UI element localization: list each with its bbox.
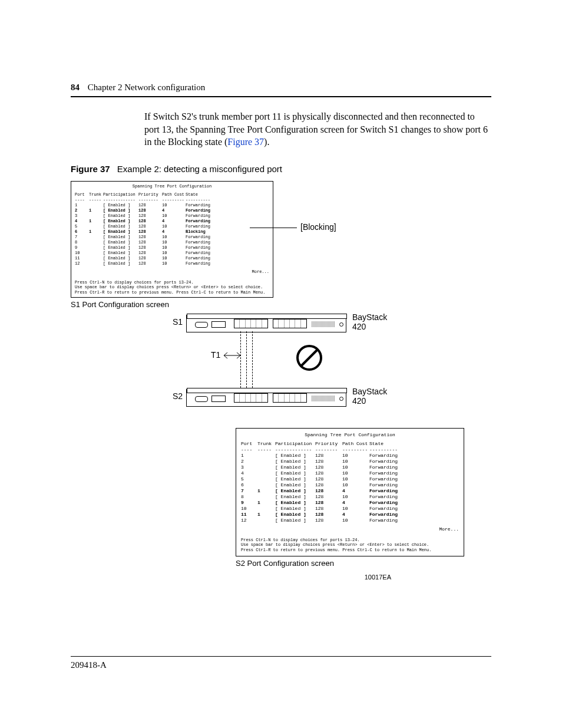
logo-icon xyxy=(195,322,208,328)
table-cell: Forwarding xyxy=(369,482,402,487)
table-cell: 128 xyxy=(138,224,162,229)
figure-link[interactable]: Figure 37 xyxy=(227,137,264,147)
table-cell xyxy=(257,453,275,458)
table-cell: [ Enabled ] xyxy=(275,470,315,476)
table-cell: 4 xyxy=(162,208,186,213)
vents-icon xyxy=(312,321,335,327)
table-cell: Forwarding xyxy=(369,488,402,493)
table-cell: 10 xyxy=(162,235,186,239)
figure-caption: Figure 37 Example 2: detecting a misconf… xyxy=(71,164,491,174)
table-cell: [ Enabled ] xyxy=(103,256,138,261)
table-cell xyxy=(257,459,275,464)
table-cell: 10 xyxy=(342,482,369,487)
table-cell: [ Enabled ] xyxy=(103,208,138,213)
table-cell: Forwarding xyxy=(186,261,215,266)
table-cell: 10 xyxy=(75,251,89,255)
chip-icon xyxy=(211,321,226,328)
table-cell: 11 xyxy=(75,256,89,261)
table-cell: 128 xyxy=(315,506,342,511)
figure-label: Figure 37 xyxy=(71,164,110,174)
table-cell: [ Enabled ] xyxy=(103,224,138,229)
table-cell: [ Enabled ] xyxy=(103,251,138,255)
table-cell: Forwarding xyxy=(186,219,215,223)
device1-label: BayStack 420 xyxy=(352,312,399,331)
switch-s1 xyxy=(186,315,346,332)
callout-line xyxy=(250,228,297,228)
svg-line-2 xyxy=(301,350,318,366)
table-cell: 128 xyxy=(315,512,342,517)
table-cell: 4 xyxy=(75,219,89,223)
table-cell xyxy=(89,235,103,239)
table-cell: Forwarding xyxy=(369,465,402,470)
table-cell: [ Enabled ] xyxy=(103,261,138,266)
table-cell: 1 xyxy=(75,203,89,207)
device2-label: BayStack 420 xyxy=(352,387,399,406)
s1-caption: S1 Port Configuration screen xyxy=(71,300,491,309)
col-header: Port xyxy=(241,441,257,446)
table-cell: 9 xyxy=(75,245,89,250)
ports-s2 xyxy=(234,393,307,403)
table-cell: 128 xyxy=(315,465,342,470)
table-cell: Forwarding xyxy=(186,235,215,239)
table-cell: Forwarding xyxy=(369,494,402,499)
table-cell: Forwarding xyxy=(369,500,402,505)
table-cell: 128 xyxy=(138,251,162,255)
table-cell: [ Enabled ] xyxy=(103,229,138,234)
s2-footer-hints: Press Ctrl-N to display choices for port… xyxy=(241,538,459,552)
ports-s1 xyxy=(234,319,307,328)
table-cell: 6 xyxy=(241,482,257,487)
table-cell: Forwarding xyxy=(369,476,402,482)
table-cell: 128 xyxy=(138,213,162,218)
table-cell: 128 xyxy=(138,261,162,266)
s2-more: More... xyxy=(241,526,459,532)
page-footer: 209418-A xyxy=(71,656,491,670)
table-cell xyxy=(89,213,103,218)
table-cell: 10 xyxy=(162,261,186,266)
table-cell: 10 xyxy=(162,203,186,207)
table-cell: [ Enabled ] xyxy=(103,213,138,218)
table-cell: 10 xyxy=(342,470,369,476)
table-cell: [ Enabled ] xyxy=(103,219,138,223)
table-cell: Forwarding xyxy=(186,203,215,207)
para-text-after: ). xyxy=(264,137,269,147)
table-cell: Forwarding xyxy=(186,224,215,229)
trunk-label: T1 xyxy=(211,350,220,360)
doc-number: 209418-A xyxy=(71,660,107,670)
topology-diagram: S1 BayStack 420 T1 S2 xyxy=(183,315,477,421)
table-cell: 128 xyxy=(315,518,342,523)
led-icon xyxy=(339,397,343,401)
table-cell: Forwarding xyxy=(369,512,402,517)
para-text-before: If Switch S2's trunk member port 11 is p… xyxy=(144,111,488,147)
s1-label: S1 xyxy=(165,317,183,327)
col-header: Path Cost xyxy=(162,192,186,197)
table-cell: 1 xyxy=(257,488,275,493)
table-cell: 10 xyxy=(342,465,369,470)
col-header: Priority xyxy=(138,192,162,197)
table-cell: 128 xyxy=(315,453,342,458)
table-cell: Forwarding xyxy=(369,459,402,464)
col-header: Priority xyxy=(315,441,342,446)
vents-icon xyxy=(312,396,335,401)
table-cell: 128 xyxy=(315,482,342,487)
table-cell: 4 xyxy=(342,488,369,493)
table-cell: 1 xyxy=(89,229,103,234)
table-cell: 128 xyxy=(138,203,162,207)
table-cell: 128 xyxy=(138,245,162,250)
table-cell: [ Enabled ] xyxy=(275,500,315,505)
switch-s2 xyxy=(186,389,346,407)
chip-icon xyxy=(211,396,226,402)
logo-icon xyxy=(195,396,208,402)
table-cell: 8 xyxy=(241,494,257,499)
link-line xyxy=(240,331,241,388)
table-cell: Forwarding xyxy=(186,256,215,261)
table-cell: 12 xyxy=(75,261,89,266)
table-cell xyxy=(257,476,275,482)
table-cell: 128 xyxy=(315,459,342,464)
table-cell xyxy=(89,261,103,266)
col-header: Trunk xyxy=(257,441,275,446)
table-cell: 10 xyxy=(342,518,369,523)
table-cell: 10 xyxy=(162,245,186,250)
table-cell xyxy=(89,251,103,255)
table-cell: 7 xyxy=(75,235,89,239)
s2-caption: S2 Port Configuration screen xyxy=(236,559,491,568)
